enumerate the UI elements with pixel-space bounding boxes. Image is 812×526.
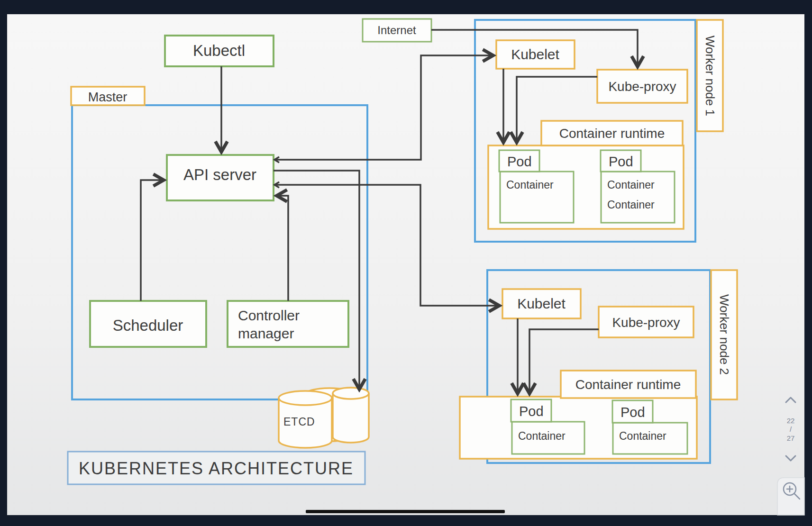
pod-2b-label: Pod [620, 405, 645, 420]
kubelet-2-label: Kubelet [517, 296, 566, 311]
zoom-button[interactable] [777, 478, 804, 515]
scheduler-label: Scheduler [113, 317, 183, 334]
app-window: Master Kubectl API server Scheduler Cont… [0, 0, 812, 526]
controller-manager-label-line1: Controller [238, 308, 300, 323]
pod-2a-container-label: Container [518, 430, 566, 442]
etcd-label: ETCD [283, 416, 315, 428]
kubelet-1-label: Kubelet [511, 46, 559, 62]
internet-label: Internet [377, 24, 416, 36]
pod-1b-label: Pod [609, 154, 633, 169]
master-label: Master [88, 90, 128, 104]
pod-1b-container-label-2: Container [607, 199, 655, 211]
kube-proxy-1-label: Kube-proxy [608, 79, 676, 94]
etcd-cylinder-right [333, 393, 369, 443]
page-title: KUBERNETES ARCHITECTURE [79, 459, 354, 478]
container-runtime-1-label: Container runtime [559, 126, 665, 141]
kubectl-label: Kubectl [193, 42, 245, 59]
worker-node-2-label: Worker node 2 [717, 294, 731, 375]
controller-manager-label-line2: manager [238, 326, 294, 341]
pod-2b-container-label: Container [619, 430, 666, 442]
api-server-label: API server [183, 166, 256, 183]
etcd-cylinder-left-top [279, 391, 332, 405]
kube-proxy-2-label: Kube-proxy [612, 315, 680, 330]
pod-1a-container-label: Container [506, 179, 554, 191]
pod-1a-label: Pod [507, 154, 532, 169]
worker-node-1-label: Worker node 1 [703, 36, 717, 116]
etcd-cylinder-right-top [333, 388, 369, 399]
pod-2a-label: Pod [519, 404, 544, 419]
pod-1b-container-label-1: Container [607, 179, 655, 191]
container-runtime-2-label: Container runtime [575, 377, 681, 392]
page-indicator-current: 22 [787, 417, 795, 425]
etcd-database: ETCD [279, 388, 369, 448]
page-indicator-total: 27 [787, 434, 795, 442]
bottom-divider-line [306, 510, 505, 513]
